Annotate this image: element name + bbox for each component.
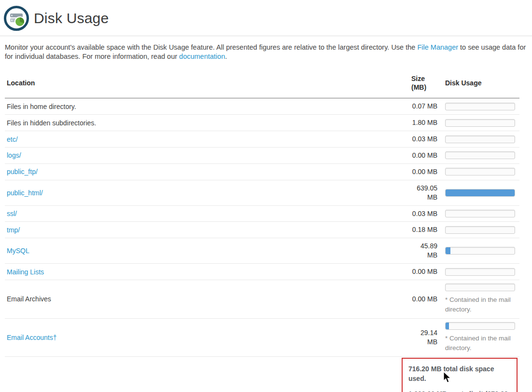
disk-usage-bar-fill [446, 189, 515, 196]
summary-empty-cell [5, 357, 407, 392]
size-value-files-in-hidden-subdirectories: 1.80 MB [407, 115, 438, 131]
disk-usage-bar-public-ftp [445, 168, 515, 176]
disk-usage-bar-mysql [445, 247, 515, 255]
disk-usage-bar-mailing-lists [445, 268, 515, 276]
location-link-public-ftp[interactable]: public_ftp/ [7, 168, 38, 176]
summary-row: 716.20 MB total disk space used. 1,000.0… [5, 357, 519, 392]
column-header-size: Size (MB) [407, 69, 438, 98]
table-row: Files in hidden subdirectories.1.80 MB [5, 115, 519, 131]
contained-in-mail-note: * Contained in the mail directory. [445, 295, 518, 315]
size-value-files-in-home-directory: 0.07 MB [407, 98, 438, 115]
disk-usage-table: Location Size (MB) Disk Usage Files in h… [5, 69, 519, 392]
location-link-email-accounts[interactable]: Email Accounts† [7, 334, 57, 341]
disk-usage-bar-email-archives [445, 284, 515, 291]
disk-usage-bar-files-in-hidden-subdirectories [445, 119, 515, 127]
disk-usage-bar-ssl [445, 210, 515, 217]
location-link-logs[interactable]: logs/ [7, 151, 21, 159]
file-manager-link[interactable]: File Manager [417, 43, 458, 51]
location-label-files-in-hidden-subdirectories: Files in hidden subdirectories. [7, 119, 96, 127]
table-row: tmp/0.18 MB [5, 222, 519, 238]
intro-part3: . [225, 53, 227, 60]
intro-part1: Monitor your account's available space w… [5, 43, 417, 51]
size-value-mailing-lists: 0.00 MB [407, 264, 438, 280]
table-header-row: Location Size (MB) Disk Usage [5, 69, 519, 98]
table-row: Mailing Lists0.00 MB [5, 264, 519, 280]
disk-usage-bar-logs [445, 151, 515, 159]
intro-text: Monitor your account's available space w… [5, 43, 529, 62]
table-row: Email Accounts†29.14 MB* Contained in th… [5, 318, 519, 357]
contained-in-mail-note: * Contained in the mail directory. [445, 334, 518, 353]
page-title: Disk Usage [34, 10, 109, 27]
summary-cell: 716.20 MB total disk space used. 1,000.0… [407, 357, 519, 392]
size-value-mysql: 45.89 MB [407, 238, 438, 264]
location-link-etc[interactable]: etc/ [7, 135, 18, 143]
size-value-email-archives: 0.00 MB [407, 280, 438, 319]
location-link-ssl[interactable]: ssl/ [7, 210, 17, 217]
table-row: etc/0.03 MB [5, 131, 519, 148]
column-header-location: Location [5, 69, 407, 98]
disk-usage-bar-files-in-home-directory [445, 103, 515, 110]
column-header-disk-usage: Disk Usage [438, 69, 519, 98]
disk-usage-bar-public-html [445, 189, 515, 197]
size-value-email-accounts: 29.14 MB [407, 318, 438, 357]
location-link-public-html[interactable]: public_html/ [7, 189, 43, 197]
size-value-ssl: 0.03 MB [407, 205, 438, 222]
total-disk-space-used: 716.20 MB total disk space used. [408, 364, 512, 384]
size-value-public-ftp: 0.00 MB [407, 163, 438, 180]
table-row: MySQL45.89 MB [5, 238, 519, 264]
table-row: logs/0.00 MB [5, 148, 519, 164]
disk-usage-bar-email-accounts [445, 322, 515, 330]
disk-usage-bar-fill [446, 323, 449, 329]
size-value-etc: 0.03 MB [407, 131, 438, 148]
documentation-link[interactable]: documentation [179, 53, 225, 60]
disk-usage-bar-etc [445, 135, 515, 143]
table-row: public_ftp/0.00 MB [5, 163, 519, 180]
disk-usage-table-body: Files in home directory.0.07 MBFiles in … [5, 98, 519, 357]
summary-annotation-box: 716.20 MB total disk space used. 1,000.0… [402, 358, 518, 392]
table-row: Email Archives0.00 MB* Contained in the … [5, 280, 519, 319]
disk-usage-icon [4, 6, 29, 31]
disk-usage-bar-tmp [445, 226, 515, 234]
location-label-email-archives: Email Archives [7, 295, 51, 303]
size-value-logs: 0.00 MB [407, 148, 438, 164]
page-header: Disk Usage [0, 0, 532, 36]
location-link-tmp[interactable]: tmp/ [7, 226, 20, 234]
table-row: public_html/639.05 MB [5, 180, 519, 205]
quota-limit: 1,000.00 MB quota limit (670.23 MB used)… [408, 389, 512, 392]
size-value-tmp: 0.18 MB [407, 222, 438, 238]
table-row: ssl/0.03 MB [5, 205, 519, 222]
location-link-mailing-lists[interactable]: Mailing Lists [7, 268, 44, 276]
disk-usage-bar-fill [446, 247, 450, 254]
location-link-mysql[interactable]: MySQL [7, 247, 29, 255]
size-value-public-html: 639.05 MB [407, 180, 438, 205]
table-row: Files in home directory.0.07 MB [5, 98, 519, 115]
location-label-files-in-home-directory: Files in home directory. [7, 103, 76, 110]
